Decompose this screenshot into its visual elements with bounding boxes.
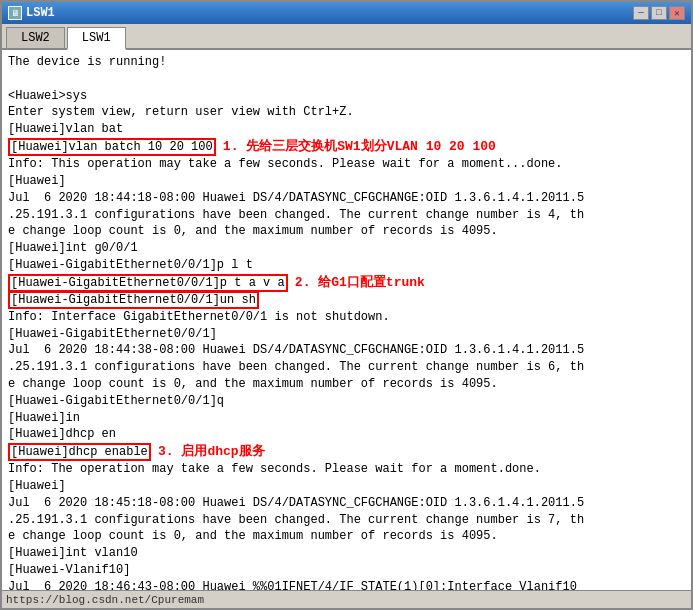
highlight-ptava: [Huawei-GigabitEthernet0/0/1]p t a v a bbox=[8, 274, 288, 292]
title-bar-controls: — □ ✕ bbox=[633, 6, 685, 20]
line-blank-1 bbox=[8, 71, 685, 88]
line-info-notshutdown: Info: Interface GigabitEthernet0/0/1 is … bbox=[8, 309, 685, 326]
terminal-area[interactable]: The device is running! <Huawei>sys Enter… bbox=[2, 50, 691, 590]
window-title: LSW1 bbox=[26, 6, 55, 20]
line-huawei-1: [Huawei] bbox=[8, 173, 685, 190]
line-unsh: [Huawei-GigabitEthernet0/0/1]un sh bbox=[8, 292, 685, 309]
line-cfg-1: .25.191.3.1 configurations have been cha… bbox=[8, 207, 685, 224]
annotation-dhcp: 3. 启用dhcp服务 bbox=[158, 444, 265, 459]
status-bar: https://blog.csdn.net/Cpuremam bbox=[2, 590, 691, 608]
line-plt: [Huawei-GigabitEthernet0/0/1]p l t bbox=[8, 257, 685, 274]
main-window: 🖥 LSW1 — □ ✕ LSW2 LSW1 The device is run… bbox=[0, 0, 693, 610]
tab-lsw2[interactable]: LSW2 bbox=[6, 27, 65, 48]
line-int-g: [Huawei]int g0/0/1 bbox=[8, 240, 685, 257]
line-cfg-3: .25.191.3.1 configurations have been cha… bbox=[8, 512, 685, 529]
line-jul-3: Jul 6 2020 18:45:18-08:00 Huawei DS/4/DA… bbox=[8, 495, 685, 512]
line-info-dhcp: Info: The operation may take a few secon… bbox=[8, 461, 685, 478]
title-bar: 🖥 LSW1 — □ ✕ bbox=[2, 2, 691, 24]
line-huawei-sys: <Huawei>sys bbox=[8, 88, 685, 105]
line-in: [Huawei]in bbox=[8, 410, 685, 427]
line-ptava: [Huawei-GigabitEthernet0/0/1]p t a v a 2… bbox=[8, 274, 685, 292]
minimize-button[interactable]: — bbox=[633, 6, 649, 20]
tab-bar: LSW2 LSW1 bbox=[2, 24, 691, 50]
highlight-vlan-batch: [Huawei]vlan batch 10 20 100 bbox=[8, 138, 216, 156]
line-vlan-batch: [Huawei]vlan batch 10 20 100 1. 先给三层交换机S… bbox=[8, 138, 685, 156]
annotation-trunk: 2. 给G1口配置trunk bbox=[295, 275, 425, 290]
line-1: The device is running! bbox=[8, 54, 685, 71]
line-vlan-bat: [Huawei]vlan bat bbox=[8, 121, 685, 138]
close-button[interactable]: ✕ bbox=[669, 6, 685, 20]
line-cfg-3b: e change loop count is 0, and the maximu… bbox=[8, 528, 685, 545]
annotation-vlan: 1. 先给三层交换机SW1划分VLAN 10 20 100 bbox=[223, 139, 496, 154]
line-dhcp-enable: [Huawei]dhcp enable 3. 启用dhcp服务 bbox=[8, 443, 685, 461]
line-cfg-2: .25.191.3.1 configurations have been cha… bbox=[8, 359, 685, 376]
line-info-op1: Info: This operation may take a few seco… bbox=[8, 156, 685, 173]
line-jul-4: Jul 6 2020 18:46:43-08:00 Huawei %%01IFN… bbox=[8, 579, 685, 590]
title-bar-left: 🖥 LSW1 bbox=[8, 6, 55, 20]
highlight-unsh: [Huawei-GigabitEthernet0/0/1]un sh bbox=[8, 291, 259, 309]
line-enter-sys: Enter system view, return user view with… bbox=[8, 104, 685, 121]
line-huawei-2: [Huawei] bbox=[8, 478, 685, 495]
maximize-button[interactable]: □ bbox=[651, 6, 667, 20]
line-cfg-1b: e change loop count is 0, and the maximu… bbox=[8, 223, 685, 240]
line-jul-1: Jul 6 2020 18:44:18-08:00 Huawei DS/4/DA… bbox=[8, 190, 685, 207]
line-dhcp-en: [Huawei]dhcp en bbox=[8, 426, 685, 443]
line-int-vlan: [Huawei]int vlan10 bbox=[8, 545, 685, 562]
line-gig-1: [Huawei-GigabitEthernet0/0/1] bbox=[8, 326, 685, 343]
status-url: https://blog.csdn.net/Cpuremam bbox=[6, 594, 204, 606]
line-cfg-2b: e change loop count is 0, and the maximu… bbox=[8, 376, 685, 393]
line-quit: [Huawei-GigabitEthernet0/0/1]q bbox=[8, 393, 685, 410]
highlight-dhcp-enable: [Huawei]dhcp enable bbox=[8, 443, 151, 461]
line-jul-2: Jul 6 2020 18:44:38-08:00 Huawei DS/4/DA… bbox=[8, 342, 685, 359]
line-vlanif10: [Huawei-Vlanif10] bbox=[8, 562, 685, 579]
window-icon: 🖥 bbox=[8, 6, 22, 20]
tab-lsw1[interactable]: LSW1 bbox=[67, 27, 126, 50]
